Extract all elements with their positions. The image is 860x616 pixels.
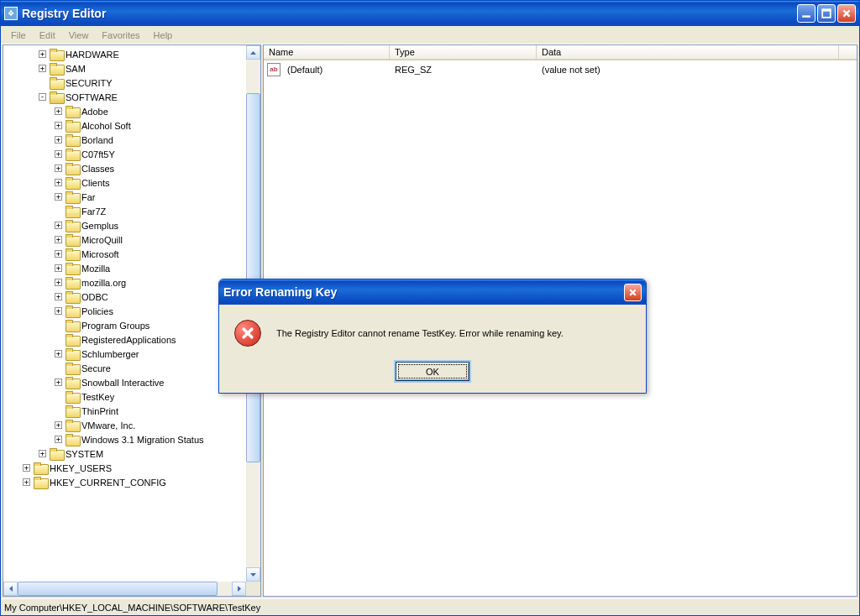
tree-item[interactable]: +Alcohol Soft (3, 118, 246, 133)
scroll-left-button[interactable] (3, 582, 18, 596)
tree-item[interactable]: +Microsoft (3, 247, 246, 261)
cell-name: (Default) (282, 65, 390, 75)
tree-item[interactable]: ThinPrint (3, 404, 246, 418)
expand-icon[interactable]: + (55, 307, 62, 315)
expand-icon[interactable]: + (55, 264, 62, 272)
expand-icon[interactable]: + (39, 450, 46, 457)
menu-file[interactable]: File (4, 29, 33, 42)
tree-item[interactable]: +SYSTEM (3, 446, 246, 461)
menu-help[interactable]: Help (147, 29, 180, 42)
tree-item-label: SECURITY (66, 78, 113, 88)
tree-item[interactable]: Program Groups (3, 318, 246, 332)
app-icon: ❖ (4, 7, 18, 20)
tree-item-label: Alcohol Soft (81, 121, 131, 131)
tree-item[interactable]: +HKEY_CURRENT_CONFIG (3, 475, 246, 489)
tree-content[interactable]: +HARDWARE+SAMSECURITY-SOFTWARE+Adobe+Alc… (3, 45, 246, 582)
menu-view[interactable]: View (62, 29, 96, 42)
tree-item[interactable]: -SOFTWARE (3, 90, 246, 104)
statusbar: My Computer\HKEY_LOCAL_MACHINE\SOFTWARE\… (1, 598, 859, 615)
maximize-button[interactable] (817, 4, 836, 23)
folder-icon (50, 448, 63, 459)
tree-item[interactable]: +Classes (3, 161, 246, 175)
tree-item[interactable]: +Policies (3, 304, 246, 318)
tree-item[interactable]: TestKey (3, 389, 246, 404)
expand-icon[interactable]: + (55, 378, 62, 386)
expand-icon[interactable]: + (55, 421, 62, 429)
expand-icon[interactable]: + (55, 150, 62, 158)
tree-item[interactable]: +Schlumberger (3, 347, 246, 361)
scroll-hthumb[interactable] (18, 582, 218, 596)
folder-icon (66, 277, 79, 288)
col-name[interactable]: Name (264, 45, 390, 60)
scroll-right-button[interactable] (232, 582, 246, 596)
error-icon (234, 320, 261, 347)
tree-item[interactable]: +HKEY_USERS (3, 461, 246, 475)
menu-edit[interactable]: Edit (33, 29, 62, 42)
tree-item[interactable]: +Far (3, 190, 246, 204)
folder-icon (66, 134, 79, 145)
tree-item[interactable]: +mozilla.org (3, 275, 246, 290)
col-type[interactable]: Type (390, 45, 537, 60)
list-row[interactable]: ab(Default)REG_SZ(value not set) (264, 62, 857, 76)
tree-item[interactable]: Far7Z (3, 204, 246, 218)
tree-item[interactable]: +Mozilla (3, 261, 246, 275)
folder-icon (66, 149, 79, 159)
expand-icon[interactable]: + (39, 50, 46, 58)
scroll-up-button[interactable] (246, 45, 260, 60)
tree-item[interactable]: +Adobe (3, 104, 246, 118)
folder-icon (66, 291, 79, 302)
expand-icon[interactable]: + (23, 464, 30, 472)
tree-item[interactable]: +VMware, Inc. (3, 418, 246, 432)
tree-item-label: SYSTEM (66, 449, 103, 459)
tree-item[interactable]: +MicroQuill (3, 232, 246, 247)
tree-item[interactable]: +Windows 3.1 Migration Status (3, 432, 246, 446)
tree-item-label: Snowball Interactive (81, 378, 164, 388)
expand-icon[interactable]: + (23, 478, 30, 486)
tree-item[interactable]: RegisteredApplications (3, 332, 246, 347)
tree-item[interactable]: SECURITY (3, 76, 246, 90)
expand-icon[interactable]: + (55, 436, 62, 443)
tree-horizontal-scrollbar[interactable] (3, 582, 260, 596)
tree-item[interactable]: +SAM (3, 61, 246, 76)
tree-item[interactable]: +ODBC (3, 290, 246, 304)
expand-icon[interactable]: + (55, 122, 62, 129)
scroll-down-button[interactable] (246, 567, 260, 582)
folder-icon (66, 106, 79, 117)
expand-icon[interactable]: + (55, 179, 62, 186)
tree-item[interactable]: +Gemplus (3, 218, 246, 232)
titlebar[interactable]: ❖ Registry Editor (1, 1, 859, 26)
dialog-close-button[interactable] (624, 284, 642, 301)
tree-item[interactable]: +Snowball Interactive (3, 375, 246, 389)
tree-item[interactable]: +Borland (3, 133, 246, 147)
expand-icon[interactable]: + (55, 193, 62, 201)
expand-icon[interactable]: + (55, 250, 62, 258)
expand-icon[interactable]: + (55, 222, 62, 229)
tree-item-label: ODBC (81, 292, 108, 302)
expand-icon[interactable]: + (55, 236, 62, 243)
expand-icon[interactable]: + (55, 279, 62, 286)
expand-icon[interactable]: + (55, 164, 62, 172)
scroll-thumb[interactable] (246, 93, 260, 462)
tree-item-label: Schlumberger (81, 349, 139, 359)
expand-icon[interactable]: + (55, 107, 62, 115)
tree-item-label: Windows 3.1 Migration Status (81, 435, 204, 445)
folder-icon (66, 348, 79, 359)
folder-icon (50, 77, 63, 88)
close-button[interactable] (837, 4, 856, 23)
folder-icon (66, 334, 79, 345)
collapse-icon[interactable]: - (39, 93, 46, 101)
tree-item[interactable]: +Clients (3, 175, 246, 190)
ok-button[interactable]: OK (396, 362, 469, 381)
tree-item-label: HKEY_USERS (50, 463, 112, 473)
expand-icon[interactable]: + (39, 65, 46, 72)
expand-icon[interactable]: + (55, 293, 62, 300)
minimize-button[interactable] (797, 4, 815, 23)
col-data[interactable]: Data (537, 45, 839, 60)
tree-item[interactable]: Secure (3, 361, 246, 375)
tree-item[interactable]: +HARDWARE (3, 47, 246, 61)
menu-favorites[interactable]: Favorites (95, 29, 146, 42)
expand-icon[interactable]: + (55, 350, 62, 358)
expand-icon[interactable]: + (55, 136, 62, 144)
dialog-titlebar[interactable]: Error Renaming Key (219, 279, 646, 305)
tree-item[interactable]: +C07ft5Y (3, 147, 246, 161)
